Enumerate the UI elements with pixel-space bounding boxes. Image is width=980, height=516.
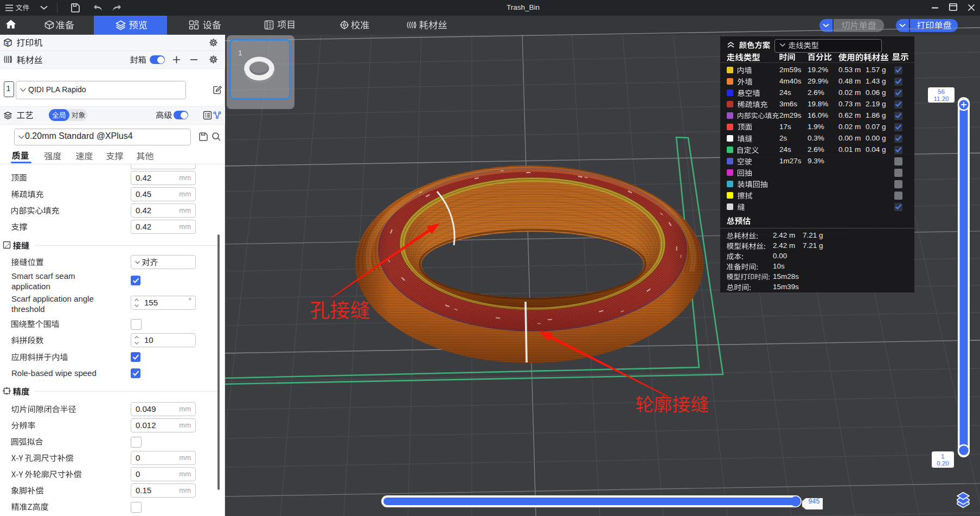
- svg-text:1: 1: [238, 49, 242, 57]
- svg-text:945: 945: [809, 498, 820, 505]
- svg-text:56: 56: [938, 88, 945, 95]
- svg-text:0.20: 0.20: [937, 460, 949, 467]
- svg-text:11.20: 11.20: [934, 95, 949, 102]
- svg-text:1: 1: [941, 453, 944, 460]
